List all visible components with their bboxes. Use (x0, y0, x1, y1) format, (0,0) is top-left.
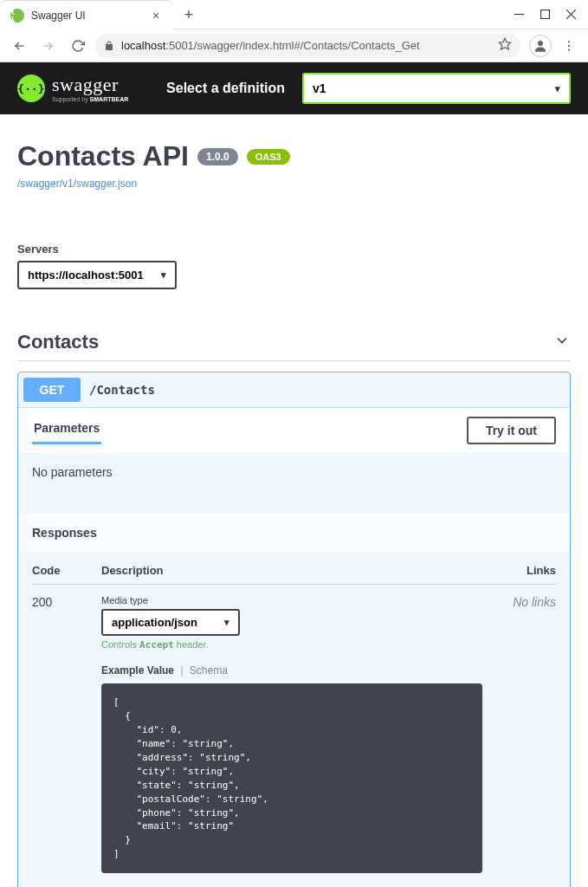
window-controls (501, 0, 588, 28)
operation-block-get: GET /Contacts Parameters Try it out No p… (17, 372, 571, 887)
definition-label: Select a definition (166, 81, 285, 96)
new-tab-button[interactable]: + (177, 3, 201, 27)
swagger-logo-text: swagger (52, 75, 128, 94)
api-info: Contacts API 1.0.0 OAS3 /swagger/v1/swag… (17, 114, 571, 208)
model-tabs: Example Value | Schema (101, 664, 495, 677)
svg-point-10 (568, 49, 570, 50)
tab-title: Swagger UI (31, 10, 142, 22)
minimize-icon[interactable] (514, 9, 524, 19)
chevron-down-icon (553, 332, 571, 353)
tab-example-value[interactable]: Example Value (101, 664, 174, 677)
response-description: Media type application/json ▾ Controls A… (101, 595, 495, 873)
parameters-body: No parameters (18, 453, 570, 514)
url-text: localhost:5001/swagger/index.html#/Conta… (121, 39, 420, 52)
bookmark-star-icon[interactable] (498, 37, 512, 54)
col-code-header: Code (32, 564, 101, 577)
swagger-logo: {··} swagger Supported by SMARTBEAR (17, 74, 128, 102)
lock-icon (104, 41, 114, 51)
kebab-menu-icon[interactable] (557, 34, 581, 58)
tab-schema[interactable]: Schema (190, 664, 228, 677)
definition-value: v1 (313, 81, 326, 95)
swagger-favicon-icon: { } (10, 9, 24, 23)
method-badge: GET (23, 378, 81, 402)
col-links-header: Links (495, 564, 556, 577)
oas-badge: OAS3 (247, 149, 290, 165)
media-type-value: application/json (112, 616, 197, 629)
profile-button[interactable] (529, 35, 552, 57)
reload-button[interactable] (66, 34, 90, 58)
tab-parameters[interactable]: Parameters (32, 418, 101, 444)
response-code: 200 (32, 595, 101, 873)
definition-select[interactable]: v1 ▾ (302, 73, 571, 104)
api-title: Contacts API 1.0.0 OAS3 (17, 140, 571, 172)
servers-label: Servers (17, 243, 571, 256)
response-row: 200 Media type application/json ▾ Contro… (32, 585, 556, 884)
chevron-down-icon: ▾ (555, 83, 560, 94)
window-tab-strip: { } Swagger UI × + (0, 0, 588, 29)
tag-header[interactable]: Contacts (17, 324, 571, 361)
address-bar[interactable]: localhost:5001/swagger/index.html#/Conta… (95, 34, 520, 58)
svg-point-9 (568, 44, 570, 46)
svg-point-7 (538, 41, 543, 46)
example-json: [ { "id": 0, "name": "string", "address"… (101, 683, 482, 873)
col-desc-header: Description (101, 564, 495, 577)
operation-summary[interactable]: GET /Contacts (18, 372, 570, 407)
responses-header: Responses (18, 514, 570, 552)
servers-section: Servers https://localhost:5001 ▾ (17, 208, 571, 307)
chevron-down-icon: ▾ (161, 269, 166, 281)
try-it-out-button[interactable]: Try it out (467, 417, 556, 444)
spec-link[interactable]: /swagger/v1/swagger.json (17, 178, 137, 190)
maximize-icon[interactable] (540, 9, 550, 19)
server-select[interactable]: https://localhost:5001 ▾ (17, 261, 177, 289)
close-tab-icon[interactable]: × (149, 9, 163, 23)
browser-tab[interactable]: { } Swagger UI × (0, 0, 173, 29)
version-badge: 1.0.0 (197, 148, 238, 165)
svg-marker-6 (499, 38, 510, 49)
tag-name: Contacts (17, 331, 99, 353)
no-links-text: No links (495, 595, 556, 873)
server-value: https://localhost:5001 (28, 269, 144, 282)
chevron-down-icon: ▾ (224, 617, 229, 628)
forward-button[interactable] (36, 34, 61, 58)
media-type-label: Media type (101, 595, 495, 605)
back-button[interactable] (7, 34, 31, 58)
browser-toolbar: localhost:5001/swagger/index.html#/Conta… (0, 29, 588, 62)
media-type-select[interactable]: application/json ▾ (101, 609, 240, 636)
svg-point-8 (568, 41, 570, 42)
responses-table: Code Description Links 200 Media type ap… (18, 552, 570, 887)
swagger-topbar: {··} swagger Supported by SMARTBEAR Sele… (0, 62, 588, 114)
swagger-logo-icon: {··} (17, 74, 45, 102)
controls-accept-text: Controls Accept header. (101, 639, 495, 651)
tag-section: Contacts GET /Contacts Parameters Try it… (17, 307, 571, 887)
parameters-header: Parameters Try it out (18, 408, 570, 453)
operation-path: /Contacts (89, 383, 155, 397)
swagger-logo-subtext: Supported by SMARTBEAR (52, 96, 128, 102)
close-window-icon[interactable] (565, 9, 576, 19)
svg-rect-1 (540, 10, 549, 18)
